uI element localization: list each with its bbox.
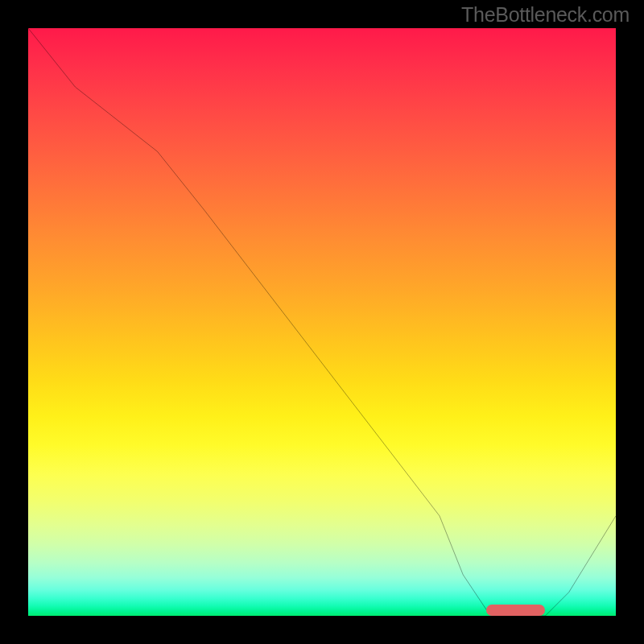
optimal-range-marker <box>486 605 545 616</box>
chart-gradient-background <box>28 28 616 616</box>
watermark-text: TheBottleneck.com <box>461 3 630 27</box>
